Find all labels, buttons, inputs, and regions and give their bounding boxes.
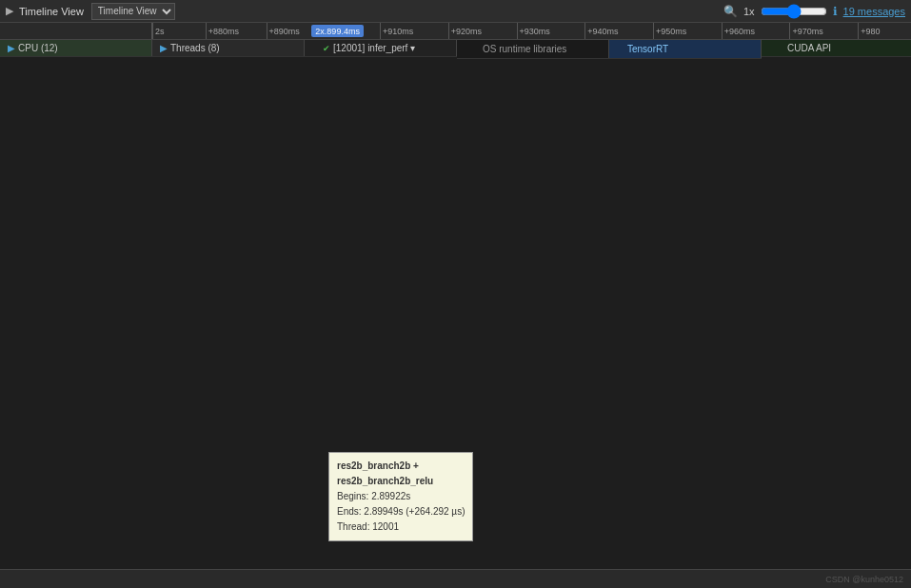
tick-960: +960ms [722, 23, 755, 39]
tensorrt-row[interactable]: TensorRT 1007 px; 0 msec [609, 40, 762, 59]
sem-wait-row[interactable]: OS runtime libraries sem_wait sem_wait s… [457, 40, 609, 59]
title-bar: ▶ Timeline View Timeline View 🔍 1x ℹ 19 … [0, 0, 911, 23]
cpu-row[interactable]: ▶ CPU (12) 1007 px; 0 msec [0, 40, 152, 57]
threads-expand[interactable]: ▶ [160, 43, 168, 53]
main-timeline[interactable]: ▶ CPU (12) 1007 px; 0 msec ▶ Threads (8)… [0, 40, 911, 569]
cuda-api-label: CUDA API [762, 40, 911, 56]
tick-920: +920ms [448, 23, 482, 39]
zoom-label: 1x [743, 6, 755, 17]
tick-910: +910ms [380, 23, 413, 39]
cuda-api-row[interactable]: CUDA API cudaEventSynchronize cudaEventS… [762, 40, 911, 57]
threads-label[interactable]: ▶ Threads (8) [152, 40, 305, 56]
tick-950: +950ms [653, 23, 686, 39]
tick-980: +980 [858, 23, 880, 39]
tick-active: 2x.899.4ms [311, 25, 364, 37]
search-icon: 🔍 [723, 5, 738, 18]
infer-perf-12001-label[interactable]: ✔ [12001] infer_perf ▾ [305, 40, 457, 56]
infer-12001-checkbox[interactable]: ✔ [323, 44, 330, 53]
threads-row[interactable]: ▶ Threads (8) 1007 px; 0 msec [152, 40, 305, 57]
tick-890: +890ms [267, 23, 300, 39]
tick-940: +940ms [584, 23, 618, 39]
tick-970: +970ms [789, 23, 822, 39]
tick-880: +880ms [206, 23, 239, 39]
infer-perf-12001-row[interactable]: ✔ [12001] infer_perf ▾ 1007 px; 0 msec [305, 40, 457, 57]
tick-930: +930ms [517, 23, 550, 39]
title-icon: ▶ [6, 5, 13, 17]
tick-2s: 2s [152, 23, 165, 39]
watermark: CSDN @kunhe0512 [825, 575, 903, 584]
title-text: Timeline View [19, 6, 84, 17]
cpu-label[interactable]: ▶ CPU (12) [0, 40, 152, 56]
zoom-slider[interactable] [761, 4, 827, 19]
status-bar: CSDN @kunhe0512 [0, 569, 911, 588]
os-runtime-label: OS runtime libraries [457, 40, 609, 58]
messages-link[interactable]: 19 messages [843, 6, 905, 17]
time-ruler: 2s +880ms +890ms 2x.899.4ms +910ms +920m… [0, 23, 911, 40]
view-dropdown[interactable]: Timeline View [91, 3, 175, 20]
tensorrt-label: TensorRT [609, 40, 762, 58]
info-icon: ℹ [833, 5, 838, 18]
cpu-expand[interactable]: ▶ [8, 43, 15, 53]
